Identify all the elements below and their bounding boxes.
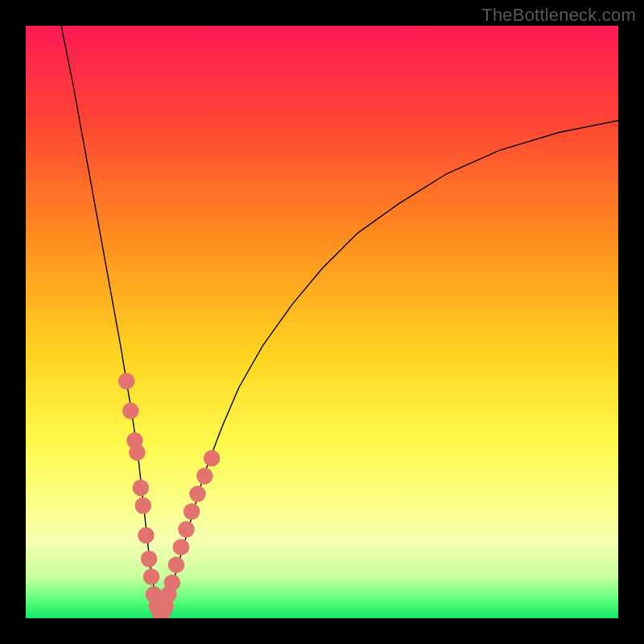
marker-dot (134, 497, 151, 514)
plot-area (26, 26, 618, 618)
marker-dot (196, 468, 213, 485)
marker-dot (184, 503, 200, 520)
chart-svg (26, 26, 618, 618)
marker-dot (189, 485, 206, 502)
marker-dot (178, 521, 195, 538)
marker-dot (141, 551, 158, 568)
gradient-background (26, 26, 618, 618)
marker-dot (129, 444, 146, 461)
marker-dot (118, 373, 135, 390)
marker-dot (168, 556, 185, 573)
marker-dot (163, 575, 180, 592)
marker-dot (138, 527, 155, 544)
marker-dot (204, 450, 221, 467)
chart-frame: TheBottleneck.com (0, 0, 644, 644)
marker-dot (173, 539, 190, 555)
marker-dot (143, 568, 160, 585)
marker-dot (132, 480, 149, 497)
watermark-text: TheBottleneck.com (481, 5, 636, 26)
marker-dot (122, 402, 139, 419)
